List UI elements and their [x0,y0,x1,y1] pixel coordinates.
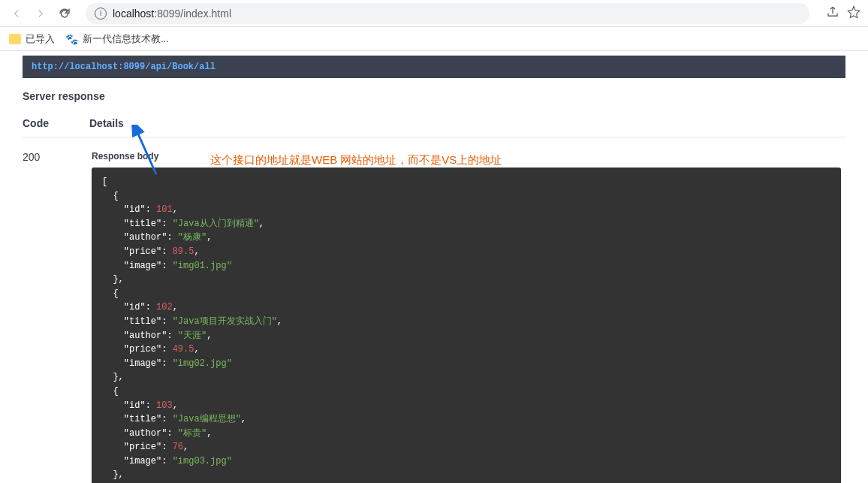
request-url-link[interactable]: http://localhost:8099/api/Book/all [32,62,215,72]
site-info-icon[interactable]: i [95,8,107,20]
annotation-text: 这个接口的地址就是WEB 网站的地址，而不是VS上的地址 [210,153,502,168]
address-text: localhost:8099/index.html [113,8,231,20]
content-area: http://localhost:8099/api/Book/all 这个接口的… [0,56,868,483]
address-bar[interactable]: i localhost:8099/index.html [86,3,809,24]
bookmark-import-folder[interactable]: 已导入 [9,32,55,46]
server-response-heading: Server response [23,90,845,102]
request-url-bar: http://localhost:8099/api/Book/all [23,56,845,78]
details-header: Details [89,117,124,129]
folder-icon [9,34,21,44]
paw-icon: 🐾 [65,33,78,45]
bookmarks-bar: 已导入 🐾 新一代信息技术教... [0,27,868,51]
bookmark-label: 新一代信息技术教... [83,32,169,46]
browser-toolbar: i localhost:8099/index.html [0,0,868,27]
back-button[interactable] [8,5,26,23]
reload-button[interactable] [56,5,74,23]
status-code: 200 [23,151,92,483]
code-header: Code [23,117,49,129]
bookmark-label: 已导入 [26,32,55,46]
star-icon[interactable] [847,5,860,21]
share-icon[interactable] [826,5,839,21]
forward-button[interactable] [32,5,50,23]
bookmark-item[interactable]: 🐾 新一代信息技术教... [65,32,169,46]
response-body[interactable]: [ { "id": 101, "title": "Java从入门到精通", "a… [92,168,841,483]
